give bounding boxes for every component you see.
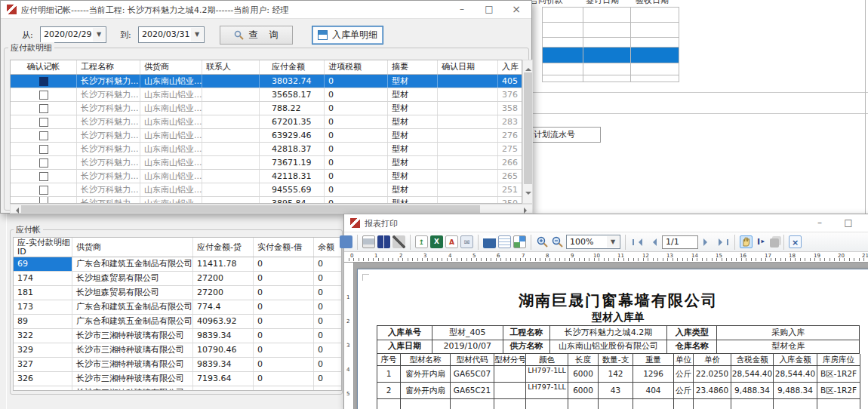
table-row[interactable]: 89 广东合和建筑五金制品有限公司 40963.92 0 0 [14, 315, 341, 329]
layout-icon[interactable] [513, 235, 526, 248]
checkbox[interactable] [39, 118, 48, 127]
table-row[interactable]: 326 长沙市三湘特种玻璃有限公司 7193.64 0 0 [14, 372, 341, 386]
page-indicator[interactable]: 1/1 [662, 235, 698, 249]
checkbox[interactable] [39, 158, 48, 168]
cell-id[interactable]: 181 [14, 286, 72, 300]
table-row[interactable] [542, 75, 679, 82]
table-row[interactable]: 长沙万科魅力... 山东南山铝业... 73671.19 0 型材 266 [11, 156, 522, 170]
cell-id[interactable]: 174 [14, 272, 72, 285]
table-row-partial[interactable]: 长沙万科魅力... 山东南山铝业... 3895.84 0 型材 250 [11, 197, 522, 204]
design-icon[interactable] [340, 235, 352, 248]
minimize-button[interactable]: – [808, 216, 832, 231]
book-icon[interactable] [377, 235, 390, 248]
title-bar[interactable]: 报表打印 – □ [344, 214, 868, 232]
column-header[interactable]: 应付金额 [260, 60, 325, 74]
mail-icon[interactable]: ✉ [460, 235, 473, 248]
table-row[interactable]: 327 长沙市三湘特种玻璃有限公司 9839.34 0 0 [14, 358, 341, 372]
table-row-selected[interactable] [542, 48, 679, 63]
cell-id[interactable]: 173 [14, 300, 72, 314]
zoom-level-combo[interactable]: 100% ▼ [566, 235, 620, 249]
column-header[interactable]: 入库 [498, 60, 522, 74]
save-icon[interactable] [483, 235, 496, 248]
export-icon[interactable]: ↥ [415, 235, 428, 248]
text-select-icon[interactable]: I‣ [755, 235, 768, 248]
table-row[interactable]: 174 长沙坦森贸易有限公司 27200 0 0 [14, 272, 341, 286]
document-icon[interactable] [498, 235, 511, 248]
scrollbar-thumb[interactable] [21, 205, 480, 213]
checkbox[interactable] [39, 186, 48, 195]
maximize-button[interactable]: □ [477, 2, 501, 17]
scroll-left-icon[interactable] [13, 206, 19, 216]
table-row[interactable]: 173 广东合和建筑五金制品有限公司 774.4 0 0 [14, 300, 341, 315]
table-row[interactable]: 181 长沙坦森贸易有限公司 27200 0 0 [14, 286, 341, 300]
chevron-down-icon[interactable]: ▼ [93, 28, 105, 42]
first-page-button[interactable] [630, 235, 644, 249]
checkbox[interactable] [39, 145, 48, 154]
cell-id[interactable] [14, 386, 72, 391]
table-row[interactable] [542, 8, 679, 23]
from-date-combo[interactable]: 2020/02/29 ▼ [40, 26, 106, 43]
column-header[interactable]: 应付金额-贷 [193, 238, 254, 257]
chevron-down-icon[interactable]: ▼ [191, 28, 203, 42]
table-row[interactable]: 长沙万科魅力... 山东南山铝业... 42118.31 0 型材 265 [11, 170, 522, 183]
cell-id[interactable]: 326 [14, 372, 72, 386]
print-icon[interactable] [362, 235, 375, 248]
hand-tool-icon[interactable] [740, 235, 753, 248]
excel-icon[interactable]: X [430, 235, 443, 248]
minimize-button[interactable]: – [450, 2, 474, 17]
title-bar[interactable]: 应付明细记帐------当前工程: 长沙万科魅力之城4.2期------当前用户… [1, 1, 531, 19]
column-header[interactable]: 余额 [314, 238, 342, 257]
close-preview-icon[interactable]: × [789, 235, 802, 248]
table-row[interactable]: 长沙万科魅力... 山东南山铝业... 63929.46 0 型材 276 [11, 129, 522, 143]
tools-icon[interactable] [392, 235, 405, 248]
column-header[interactable]: 确认记帐 [11, 60, 77, 74]
cell-id[interactable]: 327 [14, 358, 72, 371]
scroll-down-icon[interactable] [525, 190, 531, 200]
column-header[interactable]: 供货商 [140, 60, 202, 74]
checkbox[interactable] [39, 197, 48, 204]
table-row[interactable]: 长沙万科魅力... 山东南山铝业... 788.22 0 型材 358 [11, 102, 522, 115]
column-header[interactable]: 供货商 [72, 238, 193, 257]
table-row[interactable] [542, 38, 679, 48]
prev-page-button[interactable] [646, 235, 660, 249]
cell-id[interactable]: 89 [14, 315, 72, 328]
column-header[interactable]: 确认日期 [438, 60, 498, 74]
column-header[interactable]: 实付金额-借 [254, 238, 314, 257]
table-row[interactable]: 长沙万科魅力... 山东南山铝业... 67201.35 0 型材 283 [11, 115, 522, 129]
cell-id[interactable]: 322 [14, 329, 72, 343]
maximize-button[interactable]: □ [836, 216, 860, 231]
scrollbar-thumb[interactable] [524, 72, 532, 184]
query-button[interactable]: 查 询 [220, 26, 293, 45]
close-button[interactable]: × [504, 2, 528, 17]
checkbox[interactable] [39, 172, 48, 181]
checkbox-checked[interactable] [39, 77, 48, 86]
last-page-button[interactable] [716, 235, 730, 249]
to-date-combo[interactable]: 2020/03/31 ▼ [138, 26, 205, 43]
column-header[interactable]: 摘要 [388, 60, 438, 74]
column-header[interactable]: 联系人 [202, 60, 260, 74]
table-row[interactable]: 69 广东合和建筑五金制品有限公司 11411.78 0 0 [14, 257, 341, 272]
table-row[interactable]: 322 长沙市三湘特种玻璃有限公司 9839.34 0 0 [14, 329, 341, 343]
next-page-button[interactable] [700, 235, 714, 249]
inbound-detail-button[interactable]: 入库单明细 [312, 26, 383, 45]
table-row[interactable] [542, 23, 679, 38]
document-page[interactable]: 湖南巨晟门窗幕墙有限公司 型材入库单 入库单号 型材_405 工程名称 长沙万科… [357, 269, 868, 409]
horizontal-scrollbar[interactable] [10, 204, 533, 214]
column-header[interactable]: 应-实付款明细ID [14, 238, 72, 257]
pdf-icon[interactable]: A [445, 235, 458, 248]
checkbox[interactable] [39, 91, 48, 100]
cell-id[interactable]: 329 [14, 343, 72, 357]
column-header[interactable]: 进项税额 [325, 60, 388, 74]
table-row[interactable]: 长沙万科魅力... 山东南山铝业... 94555.69 0 型材 251 [11, 183, 522, 197]
table-row[interactable]: 长沙万科魅力... 山东南山铝业... 35658.17 0 型材 376 [11, 88, 522, 102]
table-row-partial[interactable]: 长沙市三湘特种玻璃有限公司 [14, 386, 341, 391]
table-row[interactable]: 329 长沙市三湘特种玻璃有限公司 10790.46 0 0 [14, 343, 341, 358]
zoom-in-icon[interactable] [536, 235, 549, 248]
checkbox[interactable] [39, 104, 48, 113]
table-row[interactable]: 长沙万科魅力... 山东南山铝业... 42818.37 0 型材 275 [11, 143, 522, 156]
table-row[interactable] [542, 63, 679, 75]
checkbox[interactable] [39, 131, 48, 140]
column-header[interactable]: 工程名称 [77, 60, 140, 74]
copy-pages-icon[interactable] [770, 238, 779, 248]
cell-id[interactable]: 69 [14, 257, 72, 271]
